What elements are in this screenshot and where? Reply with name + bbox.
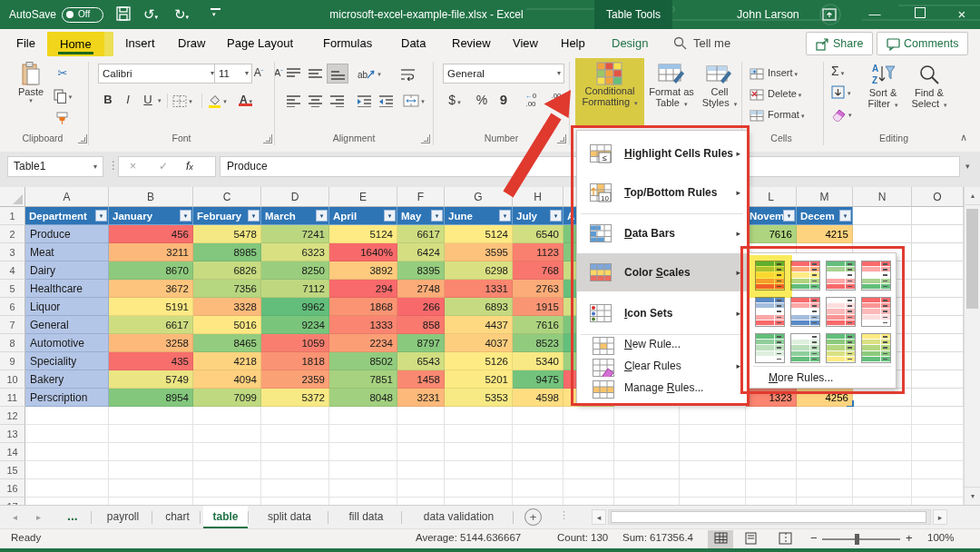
empty-cell-r16c10[interactable] — [680, 479, 746, 498]
color-scale-option-red-white-blue[interactable] — [790, 297, 820, 327]
empty-cell-r13c2[interactable] — [193, 425, 261, 443]
cell-E5[interactable]: 294 — [329, 280, 397, 298]
cell-N2[interactable] — [853, 225, 912, 243]
format-as-table-button[interactable]: Format as Table ▾ — [646, 58, 697, 108]
cell-N1[interactable] — [853, 207, 912, 225]
horizontal-scroll-thumb[interactable] — [611, 511, 926, 523]
cell-F3[interactable]: 6424 — [397, 243, 445, 261]
column-letter-A[interactable]: A — [25, 187, 109, 207]
empty-cell-r16c2[interactable] — [193, 479, 261, 498]
sheet-tab-chart[interactable]: chart — [155, 506, 200, 528]
empty-cell-r17c2[interactable] — [193, 498, 261, 505]
empty-cell-r13c12[interactable] — [797, 425, 853, 443]
filter-dropdown-button[interactable]: ▾ — [248, 210, 260, 222]
cell-G5[interactable]: 1331 — [445, 280, 513, 298]
autosave-toggle[interactable]: Off — [62, 7, 103, 23]
filter-dropdown-button[interactable]: ▾ — [431, 210, 443, 222]
row-number-13[interactable]: 13 — [0, 425, 25, 443]
empty-cell-r13c13[interactable] — [853, 425, 912, 443]
hscroll-left-icon[interactable]: ◂ — [592, 509, 606, 525]
cell-H9[interactable]: 5340 — [513, 352, 564, 370]
cell-O9[interactable] — [912, 352, 964, 370]
cell-C3[interactable]: 8985 — [193, 243, 261, 261]
empty-cell-r15c0[interactable] — [25, 461, 109, 479]
cell-O6[interactable] — [912, 298, 964, 316]
cell-A3[interactable]: Meat — [25, 243, 109, 261]
percent-style-icon[interactable]: % — [472, 91, 492, 109]
cell-E8[interactable]: 2234 — [329, 334, 397, 352]
zoom-slider-thumb[interactable] — [855, 534, 859, 545]
cell-G3[interactable]: 3595 — [445, 243, 513, 261]
row-number-8[interactable]: 8 — [0, 334, 25, 352]
empty-cell-r17c0[interactable] — [25, 498, 109, 505]
empty-cell-r17c4[interactable] — [329, 498, 397, 505]
cell-D7[interactable]: 9234 — [261, 316, 329, 334]
cell-D6[interactable]: 9962 — [261, 298, 329, 316]
menu-item-top-bottom-rules[interactable]: 10Top/Bottom Rules▸ — [577, 173, 747, 212]
cell-B6[interactable]: 5191 — [109, 298, 193, 316]
cell-O8[interactable] — [912, 334, 964, 352]
empty-cell-r14c2[interactable] — [193, 443, 261, 461]
row-number-10[interactable]: 10 — [0, 370, 25, 389]
row-number-5[interactable]: 5 — [0, 280, 25, 298]
color-scale-option-red-white-green[interactable] — [861, 261, 891, 291]
cell-C10[interactable]: 4094 — [193, 370, 261, 389]
cell-H10[interactable]: 9475 — [513, 370, 564, 389]
ribbon-tab-review[interactable]: Review — [452, 29, 491, 57]
empty-cell-r17c6[interactable] — [445, 498, 513, 505]
cell-C8[interactable]: 8465 — [193, 334, 261, 352]
cell-C11[interactable]: 7099 — [193, 389, 261, 407]
copy-icon[interactable]: ▾ — [53, 86, 73, 104]
column-header-july[interactable]: July▾ — [513, 207, 564, 225]
color-scale-option-yellow-green[interactable] — [861, 333, 891, 363]
color-scale-option-red-yellow-green[interactable] — [790, 261, 820, 291]
empty-cell-r16c12[interactable] — [797, 479, 853, 498]
align-left-icon[interactable] — [283, 91, 303, 109]
align-top-icon[interactable] — [283, 64, 303, 82]
empty-cell-r17c1[interactable] — [109, 498, 193, 505]
cell-C2[interactable]: 5478 — [193, 225, 261, 243]
clipboard-dialog-launcher[interactable] — [78, 134, 87, 143]
empty-cell-r12c6[interactable] — [445, 407, 513, 425]
customize-quick-access-toolbar-icon[interactable]: ▾ — [211, 8, 220, 10]
number-dialog-launcher[interactable] — [557, 134, 566, 143]
tell-me-box[interactable]: Tell me — [693, 29, 730, 57]
scroll-up-icon[interactable]: ▴ — [965, 187, 980, 205]
column-letter-M[interactable]: M — [797, 187, 853, 207]
empty-cell-r15c2[interactable] — [193, 461, 261, 479]
empty-cell-r16c14[interactable] — [912, 479, 964, 498]
menu-item-manage-rules[interactable]: Manage Rules... — [577, 378, 747, 399]
empty-cell-r16c3[interactable] — [261, 479, 329, 498]
empty-cell-r14c12[interactable] — [797, 443, 853, 461]
empty-cell-r14c9[interactable] — [614, 443, 680, 461]
column-header-may[interactable]: May▾ — [397, 207, 445, 225]
font-size-combo[interactable]: 11▾ — [214, 64, 252, 84]
cell-D8[interactable]: 1059 — [261, 334, 329, 352]
row-number-2[interactable]: 2 — [0, 225, 25, 243]
cell-M2[interactable]: 4215 — [797, 225, 853, 243]
empty-cell-r16c5[interactable] — [397, 479, 445, 498]
clear-icon[interactable]: ▾ — [831, 104, 862, 123]
column-letter-C[interactable]: C — [193, 187, 261, 207]
cell-G9[interactable]: 5126 — [445, 352, 513, 370]
cell-B10[interactable]: 5749 — [109, 370, 193, 389]
increase-decimal-icon[interactable]: ←0.00 — [519, 90, 543, 110]
empty-cell-r17c8[interactable] — [564, 498, 614, 505]
accounting-format-icon[interactable]: $▾ — [445, 91, 465, 109]
enter-formula-icon[interactable]: ✓ — [159, 157, 168, 176]
cell-D9[interactable]: 1818 — [261, 352, 329, 370]
name-box[interactable]: Table1 ▾ — [7, 156, 103, 177]
decrease-indent-icon[interactable] — [354, 91, 374, 109]
row-number-7[interactable]: 7 — [0, 316, 25, 334]
column-header-decem[interactable]: Decem▾ — [797, 207, 853, 225]
bold-icon[interactable]: B — [98, 91, 118, 109]
empty-cell-r12c9[interactable] — [614, 407, 680, 425]
cell-G8[interactable]: 4037 — [445, 334, 513, 352]
fill-color-icon[interactable]: ▾ — [207, 91, 227, 109]
borders-icon[interactable]: ▾ — [172, 91, 192, 109]
cell-A5[interactable]: Healthcare — [25, 280, 109, 298]
empty-cell-r16c6[interactable] — [445, 479, 513, 498]
context-tab-table-tools[interactable]: Table Tools — [594, 0, 672, 29]
empty-cell-r17c12[interactable] — [797, 498, 853, 505]
ribbon-tab-file[interactable]: File — [16, 29, 35, 57]
